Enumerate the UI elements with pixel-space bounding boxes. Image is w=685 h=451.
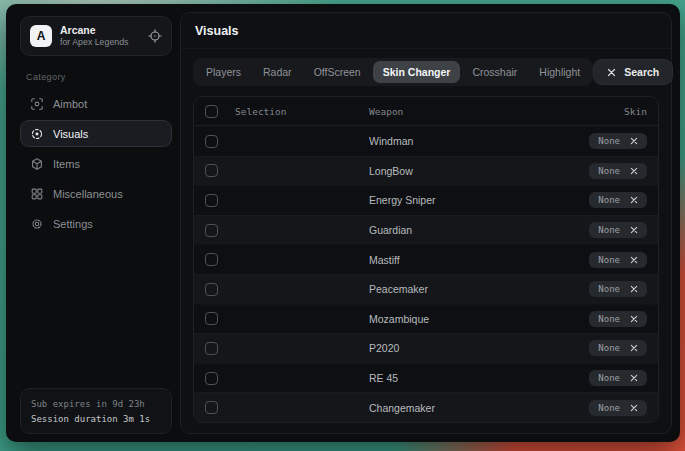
sidebar-item[interactable]: Miscellaneous: [20, 180, 172, 207]
search-button[interactable]: Search: [593, 59, 673, 85]
select-all-checkbox[interactable]: [205, 105, 218, 118]
table-row: RE 45 None: [194, 363, 658, 393]
sidebar-item-label: Visuals: [53, 128, 88, 140]
app-name: Arcane: [60, 24, 128, 37]
app-title-block: Arcane for Apex Legends: [60, 24, 128, 48]
miscellaneous-icon: [30, 187, 44, 201]
skin-badge[interactable]: None: [589, 281, 647, 297]
skin-badge-label: None: [598, 136, 620, 146]
tab[interactable]: Highlight: [529, 61, 590, 83]
column-header-skin: Skin: [624, 106, 647, 117]
sidebar-item-label: Settings: [53, 218, 93, 230]
x-icon[interactable]: [630, 344, 638, 352]
search-button-label: Search: [624, 66, 659, 78]
weapon-name: Windman: [369, 135, 589, 147]
page-title: Visuals: [181, 13, 671, 49]
row-checkbox[interactable]: [205, 312, 218, 325]
x-icon: [607, 68, 616, 77]
skin-badge[interactable]: None: [589, 163, 647, 179]
skin-badge[interactable]: None: [589, 252, 647, 268]
aimbot-icon: [30, 97, 44, 111]
table-row: Mastiff None: [194, 244, 658, 274]
app-window: A Arcane for Apex Legends Category Aimbo…: [6, 4, 680, 442]
tab[interactable]: Radar: [253, 61, 302, 83]
tab[interactable]: Players: [196, 61, 251, 83]
x-icon[interactable]: [630, 374, 638, 382]
sidebar-item-label: Miscellaneous: [53, 188, 123, 200]
x-icon[interactable]: [630, 404, 638, 412]
row-checkbox[interactable]: [205, 253, 218, 266]
table-row: Changemaker None: [194, 392, 658, 422]
skin-badge-label: None: [598, 255, 620, 265]
session-duration-text: Session duration 3m 1s: [31, 413, 161, 427]
table-row: P2020 None: [194, 333, 658, 363]
row-checkbox[interactable]: [205, 164, 218, 177]
sidebar: A Arcane for Apex Legends Category Aimbo…: [14, 12, 172, 434]
crosshair-icon[interactable]: [148, 29, 162, 43]
skin-badge-label: None: [598, 195, 620, 205]
skin-badge-label: None: [598, 225, 620, 235]
x-icon[interactable]: [630, 256, 638, 264]
sidebar-item[interactable]: Aimbot: [20, 90, 172, 117]
tab-bar: PlayersRadarOffScreenSkin ChangerCrossha…: [193, 58, 593, 86]
table-row: LongBow None: [194, 156, 658, 186]
row-checkbox[interactable]: [205, 342, 218, 355]
x-icon[interactable]: [630, 226, 638, 234]
sidebar-item[interactable]: Items: [20, 150, 172, 177]
row-checkbox[interactable]: [205, 224, 218, 237]
items-icon: [30, 157, 44, 171]
weapon-name: Mastiff: [369, 254, 589, 266]
main-panel: Visuals PlayersRadarOffScreenSkin Change…: [180, 12, 672, 434]
x-icon[interactable]: [630, 285, 638, 293]
sidebar-item[interactable]: Visuals: [20, 120, 172, 147]
row-checkbox[interactable]: [205, 194, 218, 207]
skin-badge[interactable]: None: [589, 192, 647, 208]
visuals-icon: [30, 127, 44, 141]
skin-badge[interactable]: None: [589, 222, 647, 238]
tab[interactable]: OffScreen: [304, 61, 371, 83]
skin-badge[interactable]: None: [589, 311, 647, 327]
skin-badge-label: None: [598, 343, 620, 353]
skin-badge-label: None: [598, 284, 620, 294]
tab[interactable]: Skin Changer: [373, 61, 461, 83]
sidebar-item[interactable]: Settings: [20, 210, 172, 237]
column-header-selection: Selection: [235, 106, 369, 117]
app-subtitle: for Apex Legends: [60, 37, 128, 48]
table-header: Selection Weapon Skin: [194, 97, 658, 126]
sidebar-item-label: Aimbot: [53, 98, 87, 110]
skin-badge[interactable]: None: [589, 133, 647, 149]
weapon-name: Mozambique: [369, 313, 589, 325]
table-body: Windman None LongBow None Energy Sniper …: [194, 126, 658, 422]
weapon-name: Energy Sniper: [369, 194, 589, 206]
row-checkbox[interactable]: [205, 372, 218, 385]
skin-badge-label: None: [598, 403, 620, 413]
skin-badge[interactable]: None: [589, 340, 647, 356]
weapon-name: Peacemaker: [369, 283, 589, 295]
app-header-card: A Arcane for Apex Legends: [20, 16, 172, 56]
sidebar-item-label: Items: [53, 158, 80, 170]
skin-badge[interactable]: None: [589, 370, 647, 386]
row-checkbox[interactable]: [205, 135, 218, 148]
weapon-name: Changemaker: [369, 402, 589, 414]
skin-badge-label: None: [598, 373, 620, 383]
category-label: Category: [26, 72, 168, 82]
x-icon[interactable]: [630, 137, 638, 145]
tab[interactable]: Crosshair: [462, 61, 527, 83]
x-icon[interactable]: [630, 196, 638, 204]
weapon-name: P2020: [369, 342, 589, 354]
skin-badge-label: None: [598, 166, 620, 176]
row-checkbox[interactable]: [205, 283, 218, 296]
table-row: Mozambique None: [194, 304, 658, 334]
x-icon[interactable]: [630, 315, 638, 323]
skin-badge[interactable]: None: [589, 400, 647, 416]
sidebar-nav: Aimbot Visuals Items Miscellaneous Setti…: [20, 90, 172, 240]
toolbar: PlayersRadarOffScreenSkin ChangerCrossha…: [181, 49, 671, 86]
session-info-card: Sub expires in 9d 23h Session duration 3…: [20, 388, 172, 434]
settings-icon: [30, 217, 44, 231]
table-row: Energy Sniper None: [194, 185, 658, 215]
weapon-name: LongBow: [369, 165, 589, 177]
row-checkbox[interactable]: [205, 401, 218, 414]
skin-table: Selection Weapon Skin Windman None LongB…: [193, 96, 659, 423]
x-icon[interactable]: [630, 167, 638, 175]
table-row: Guardian None: [194, 215, 658, 245]
